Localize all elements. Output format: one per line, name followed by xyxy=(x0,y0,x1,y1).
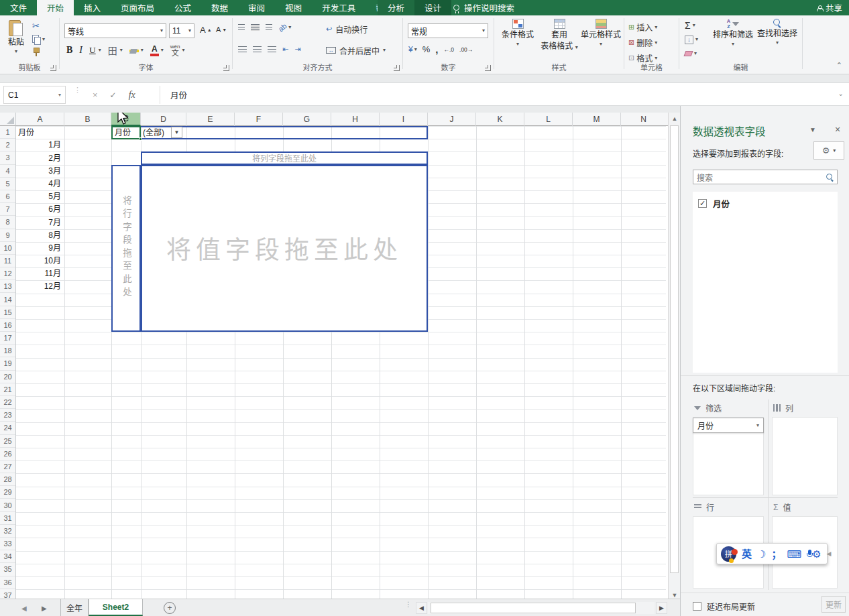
align-left-button[interactable] xyxy=(238,46,247,53)
row-header[interactable]: 11 xyxy=(0,255,15,267)
row-header[interactable]: 26 xyxy=(0,448,15,460)
tab-file[interactable]: 文件 xyxy=(0,0,37,15)
row-header[interactable]: 16 xyxy=(0,319,15,332)
fill-button[interactable]: ↓▾ xyxy=(683,34,699,45)
tab-page-layout[interactable]: 页面布局 xyxy=(111,0,164,15)
row-header[interactable]: 4 xyxy=(0,165,15,178)
ime-collapse-icon[interactable]: ◀ xyxy=(827,550,832,557)
tab-splitter-handle[interactable]: ⋮ xyxy=(405,603,412,606)
row-header[interactable]: 1 xyxy=(0,126,15,139)
align-top-button[interactable] xyxy=(238,24,245,31)
row-header[interactable]: 6 xyxy=(0,190,15,203)
conditional-formatting-button[interactable]: 条件格式 ▾ xyxy=(498,19,537,47)
share-button[interactable]: 共享 xyxy=(817,0,842,15)
pivot-row-drop-zone[interactable]: 将行字段拖至此处 xyxy=(111,165,141,332)
field-item-month[interactable]: ✓ 月份 xyxy=(693,192,838,210)
find-select-button[interactable]: 查找和选择 ▾ xyxy=(756,19,799,46)
row-header[interactable]: 29 xyxy=(0,486,15,499)
row-header[interactable]: 27 xyxy=(0,460,15,473)
row-header[interactable]: 10 xyxy=(0,242,15,255)
increase-font-button[interactable]: A▲ xyxy=(198,22,214,37)
copy-button[interactable]: ▾ xyxy=(32,35,45,44)
fill-color-button[interactable] xyxy=(129,49,139,52)
column-header-n[interactable]: N xyxy=(621,113,666,126)
ime-keyboard-icon[interactable]: ⌨ xyxy=(787,549,801,559)
ime-punctuation-button[interactable]: ； xyxy=(771,549,781,559)
column-header-h[interactable]: H xyxy=(331,113,380,126)
name-box-caret-icon[interactable]: ▾ xyxy=(58,93,61,98)
month-cell[interactable]: 6月 xyxy=(16,203,64,216)
font-size-combo[interactable]: 11▾ xyxy=(169,23,194,38)
align-center-button[interactable] xyxy=(253,46,262,53)
month-cell[interactable]: 4月 xyxy=(16,178,64,190)
tools-gear-button[interactable]: ⚙ ▾ xyxy=(813,141,844,160)
row-header[interactable]: 33 xyxy=(0,538,15,550)
row-header[interactable]: 28 xyxy=(0,473,15,486)
align-middle-button[interactable] xyxy=(251,24,260,31)
sort-filter-button[interactable]: AZ 排序和筛选 ▾ xyxy=(712,19,754,47)
tab-data[interactable]: 数据 xyxy=(201,0,238,15)
tab-formulas[interactable]: 公式 xyxy=(164,0,201,15)
update-button-disabled[interactable]: 更新 xyxy=(822,596,846,613)
paste-button[interactable]: 粘贴 ▾ xyxy=(4,19,28,54)
font-color-button[interactable]: A xyxy=(150,45,159,56)
accounting-format-button[interactable]: ¥ xyxy=(408,45,413,54)
column-header-e[interactable]: E xyxy=(186,113,235,126)
row-header[interactable]: 37 xyxy=(0,589,15,599)
row-header[interactable]: 25 xyxy=(0,435,15,448)
wrap-text-button[interactable]: ↩ 自动换行 xyxy=(324,21,370,36)
confirm-entry-button[interactable]: ✓ xyxy=(110,90,117,100)
row-header[interactable]: 19 xyxy=(0,357,15,370)
fill-color-caret-icon[interactable]: ▾ xyxy=(141,48,144,53)
column-header-m[interactable]: M xyxy=(573,113,621,126)
row-header[interactable]: 17 xyxy=(0,332,15,345)
vertical-scrollbar[interactable]: ▲ ▼ xyxy=(668,113,680,601)
ime-english-mode-button[interactable]: 英 xyxy=(742,549,752,559)
vertical-scroll-thumb[interactable] xyxy=(670,125,679,573)
month-cell[interactable]: 5月 xyxy=(16,190,64,203)
selected-cell-c1[interactable]: 月份 xyxy=(111,126,141,139)
alignment-dialog-launcher[interactable] xyxy=(394,65,400,71)
month-cell[interactable]: 3月 xyxy=(16,165,64,178)
align-bottom-button[interactable] xyxy=(266,24,272,31)
accounting-caret-icon[interactable]: ▾ xyxy=(414,47,417,52)
row-header[interactable]: 22 xyxy=(0,396,15,409)
orientation-button[interactable]: ab xyxy=(277,21,288,33)
number-dialog-launcher[interactable] xyxy=(485,65,491,71)
pane-close-icon[interactable]: × xyxy=(835,124,840,135)
horizontal-scroll-thumb[interactable] xyxy=(431,603,636,613)
row-header[interactable]: 35 xyxy=(0,563,15,576)
column-header-g[interactable]: G xyxy=(283,113,331,126)
increase-decimal-button[interactable]: ←.0 xyxy=(443,46,454,53)
column-header-a[interactable]: A xyxy=(16,113,64,126)
expand-formula-bar-button[interactable]: ⌄ xyxy=(838,90,844,97)
month-cell[interactable]: 11月 xyxy=(16,267,64,280)
row-header[interactable]: 7 xyxy=(0,203,15,216)
row-header[interactable]: 36 xyxy=(0,576,15,589)
comma-style-button[interactable]: , xyxy=(435,44,438,55)
clear-button[interactable]: ▾ xyxy=(683,48,699,59)
tab-design[interactable]: 设计 xyxy=(414,0,451,15)
worksheet-grid[interactable]: A B C D E F G H I J K L M N 123456789101… xyxy=(0,113,668,599)
borders-caret-icon[interactable]: ▾ xyxy=(120,48,123,53)
month-cell[interactable]: 2月 xyxy=(16,152,64,165)
tell-me-search[interactable]: 操作说明搜索 xyxy=(453,0,514,15)
month-cell[interactable]: 7月 xyxy=(16,217,64,229)
align-right-button[interactable] xyxy=(268,46,276,53)
clipboard-dialog-launcher[interactable] xyxy=(50,65,56,71)
new-sheet-button[interactable]: + xyxy=(164,602,176,614)
row-header[interactable]: 13 xyxy=(0,280,15,293)
ime-fullhalf-moon-icon[interactable]: ☽ xyxy=(757,549,766,559)
row-header[interactable]: 5 xyxy=(0,178,15,190)
sheet-tab-year[interactable]: 全年 xyxy=(60,599,89,616)
row-header[interactable]: 9 xyxy=(0,229,15,242)
borders-button[interactable]: 田 xyxy=(108,44,117,57)
decrease-decimal-button[interactable]: .00→ xyxy=(459,46,473,53)
italic-button[interactable]: I xyxy=(79,45,82,56)
decrease-indent-button[interactable]: ⇤ xyxy=(282,45,288,54)
percent-style-button[interactable]: % xyxy=(422,44,431,54)
row-header[interactable]: 21 xyxy=(0,383,15,396)
defer-layout-checkbox-unchecked[interactable] xyxy=(693,602,701,611)
cancel-entry-button[interactable]: × xyxy=(93,90,98,100)
row-header[interactable]: 30 xyxy=(0,499,15,511)
